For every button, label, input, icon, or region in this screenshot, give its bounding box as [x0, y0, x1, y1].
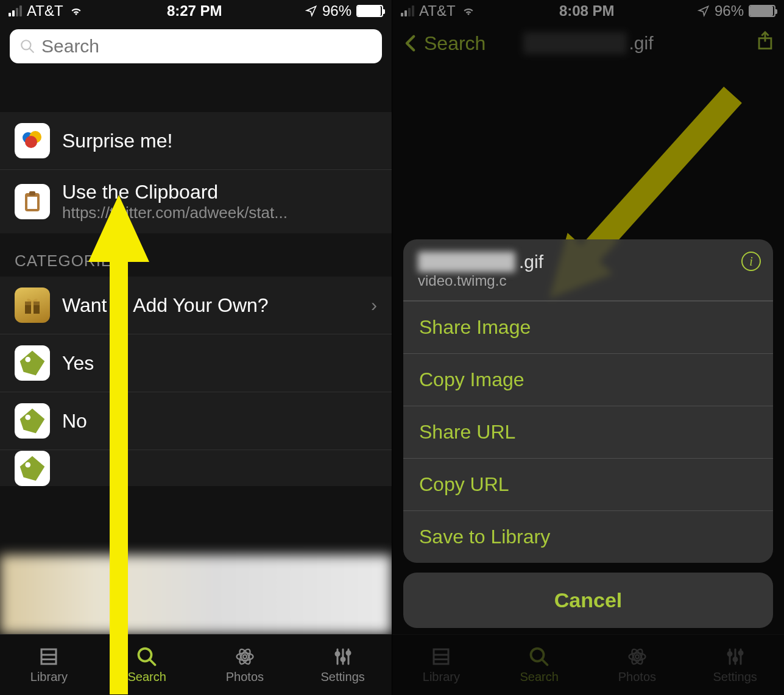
- svg-point-20: [236, 653, 253, 660]
- location-icon: [305, 5, 317, 17]
- tab-label: Search: [127, 670, 166, 684]
- svg-point-19: [243, 655, 247, 658]
- search-input[interactable]: [41, 36, 372, 57]
- clipboard-title: Use the Clipboard: [62, 181, 377, 203]
- wifi-icon: [68, 5, 84, 17]
- clipboard-icon: [15, 184, 50, 219]
- action-save-library[interactable]: Save to Library: [403, 510, 773, 563]
- category-yes-row[interactable]: Yes: [0, 334, 392, 392]
- svg-point-13: [25, 462, 30, 467]
- tab-bar: Library Search Photos Settings: [0, 634, 392, 695]
- svg-point-27: [341, 658, 345, 661]
- tab-label: Photos: [226, 670, 264, 684]
- status-bar: AT&T 8:27 PM 96%: [0, 0, 392, 22]
- action-sheet: .gif video.twimg.c i Share Image Copy Im…: [403, 239, 773, 628]
- category-partial-row[interactable]: [0, 450, 392, 486]
- clipboard-row[interactable]: Use the Clipboard https://twitter.com/ad…: [0, 169, 392, 233]
- signal-icon: [9, 5, 22, 16]
- categories-header: CATEGORIES: [0, 233, 392, 277]
- tab-label: Settings: [320, 670, 364, 684]
- svg-rect-7: [29, 191, 35, 196]
- cancel-button[interactable]: Cancel: [403, 573, 773, 628]
- surprise-me-row[interactable]: Surprise me!: [0, 112, 392, 169]
- action-copy-url[interactable]: Copy URL: [403, 458, 773, 510]
- redacted-filename: [418, 252, 515, 272]
- category-no-row[interactable]: No: [0, 392, 392, 450]
- battery-pct: 96%: [322, 2, 351, 19]
- info-icon[interactable]: i: [741, 252, 761, 271]
- sheet-filename-ext: .gif: [519, 252, 543, 272]
- top-list: Surprise me! Use the Clipboard https://t…: [0, 112, 392, 233]
- action-share-url[interactable]: Share URL: [403, 406, 773, 458]
- add-own-label: Want to Add Your Own?: [62, 294, 359, 317]
- svg-point-4: [25, 136, 37, 148]
- battery-icon: [356, 5, 383, 17]
- right-screenshot: AT&T 8:08 PM 96% Search .gif: [392, 0, 784, 695]
- tab-library[interactable]: Library: [0, 635, 98, 695]
- tag-icon: [15, 451, 50, 486]
- svg-line-1: [29, 48, 34, 52]
- svg-rect-14: [41, 649, 56, 664]
- sheet-header: .gif video.twimg.c i: [403, 239, 773, 301]
- tab-label: Library: [30, 670, 68, 684]
- surprise-label: Surprise me!: [62, 130, 377, 152]
- chevron-right-icon: ›: [371, 295, 377, 316]
- balloons-icon: [15, 123, 50, 158]
- categories-list: Want to Add Your Own? › Yes No: [0, 277, 392, 486]
- yes-label: Yes: [62, 352, 377, 375]
- clipboard-sub: https://twitter.com/adweek/stat...: [62, 203, 377, 222]
- svg-point-28: [347, 651, 350, 655]
- sheet-host: video.twimg.c: [418, 272, 543, 289]
- action-share-image[interactable]: Share Image: [403, 301, 773, 353]
- clock: 8:27 PM: [167, 2, 222, 19]
- tag-icon: [15, 345, 50, 381]
- svg-rect-10: [31, 302, 34, 314]
- add-own-row[interactable]: Want to Add Your Own? ›: [0, 277, 392, 334]
- svg-line-18: [150, 660, 155, 665]
- svg-point-26: [336, 652, 339, 656]
- ad-banner-blurred: [0, 555, 392, 634]
- tag-icon: [15, 403, 50, 439]
- search-icon: [19, 38, 35, 54]
- svg-point-12: [25, 415, 30, 420]
- carrier-label: AT&T: [27, 2, 63, 19]
- left-screenshot: AT&T 8:27 PM 96%: [0, 0, 392, 695]
- search-bar[interactable]: [10, 29, 382, 63]
- no-label: No: [62, 410, 377, 432]
- tab-search[interactable]: Search: [98, 635, 196, 695]
- svg-point-11: [25, 357, 30, 362]
- svg-rect-6: [27, 197, 37, 209]
- tab-settings[interactable]: Settings: [294, 635, 392, 695]
- action-copy-image[interactable]: Copy Image: [403, 353, 773, 406]
- tab-photos[interactable]: Photos: [196, 635, 294, 695]
- gift-icon: [15, 288, 50, 323]
